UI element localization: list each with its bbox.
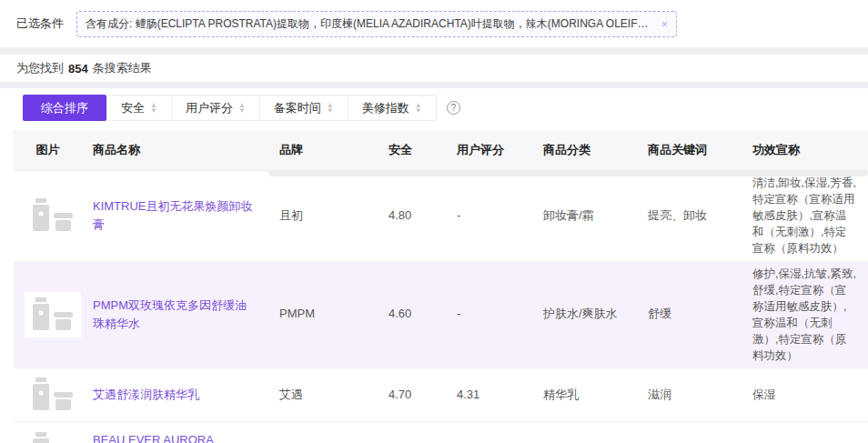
user-rating-cell: 4.66 [446,422,532,443]
cosmetics-placeholder-icon [30,196,76,235]
keywords-cell: - [637,422,742,443]
table-row[interactable]: BEAU EVER AURORA GLOWING ESSENCE OIL Bea… [14,422,868,443]
safety-cell: 3.40 [378,422,446,443]
claims-cell: - [742,422,868,443]
cosmetics-placeholder-icon [30,430,76,443]
brand-cell: BeauEver [268,422,378,443]
sort-tab-label: 用户评分 [186,100,233,116]
safety-cell: 4.70 [378,368,446,422]
product-name-link[interactable]: 艾遇舒漾润肤精华乳 [93,388,199,401]
product-thumbnail[interactable] [25,292,81,337]
keywords-cell: 滋润 [637,368,742,422]
product-name-link[interactable]: PMPM双玫瑰依克多因舒缓油珠精华水 [93,298,247,330]
table-row[interactable]: PMPM双玫瑰依克多因舒缓油珠精华水 PMPM 4.60 - 护肤水/爽肤水 舒… [14,261,868,368]
safety-cell: 4.60 [378,261,446,368]
main-panel: 综合排序 安全 ▲ ▼ 用户评分 ▲ ▼ 备案时间 ▲ ▼ 美修指数 [0,88,868,443]
cosmetics-placeholder-icon [30,296,76,334]
col-header-name: 商品名称 [82,130,268,170]
sort-tab-label: 综合排序 [41,100,88,116]
filter-tag-text: 含有成分: 鳢肠(ECLIPTA PROSTRATA)提取物，印度楝(MELIA… [86,16,654,32]
col-header-safety: 安全 [378,130,446,170]
sort-tab-filing-date[interactable]: 备案时间 ▲ ▼ [260,95,348,121]
caret-down-icon: ▼ [150,108,157,114]
col-header-image: 图片 [14,130,82,170]
brand-cell: 且初 [268,170,378,261]
sorter-icon: ▲ ▼ [238,103,246,114]
product-table: 图片 商品名称 品牌 安全 用户评分 商品分类 商品关键词 功效宣称 [0,130,868,443]
product-thumbnail[interactable] [25,193,81,238]
col-header-category: 商品分类 [532,130,637,170]
table-row[interactable]: 艾遇舒漾润肤精华乳 艾遇 4.70 4.31 精华乳 滋润 保湿 [14,368,868,422]
claims-cell: 修护,保湿,抗皱,紧致,舒缓,特定宣称（宣称适用敏感皮肤）,宣称温和（无刺激）,… [742,261,868,368]
claims-cell: 清洁,卸妆,保湿,芳香,特定宣称（宣称适用敏感皮肤）,宣称温和（无刺激）,特定宣… [742,170,868,261]
category-cell: 精华乳 [532,368,637,422]
col-header-keywords: 商品关键词 [637,130,742,170]
sort-tab-safety[interactable]: 安全 ▲ ▼ [106,95,172,121]
sorter-icon: ▲ ▼ [327,103,334,114]
brand-cell: 艾遇 [268,368,378,422]
horizontal-scrollbar[interactable] [268,170,868,176]
selected-filters-label: 已选条件 [16,15,64,32]
sorter-icon: ▲ ▼ [150,103,157,114]
user-rating-cell: - [446,261,532,368]
keywords-cell: 舒缓 [637,261,742,368]
category-cell: 面部精华油 [532,422,637,443]
product-thumbnail[interactable] [25,372,81,418]
user-rating-cell: - [446,170,532,261]
col-header-brand: 品牌 [268,130,378,170]
sorter-icon: ▲ ▼ [415,103,422,114]
results-prefix: 为您找到 [16,60,64,76]
sort-tab-meixiu-index[interactable]: 美修指数 ▲ ▼ [348,95,437,121]
sort-tab-label: 安全 [121,100,145,116]
product-name-link[interactable]: BEAU EVER AURORA GLOWING ESSENCE OIL [93,433,232,443]
filter-tag: 含有成分: 鳢肠(ECLIPTA PROSTRATA)提取物，印度楝(MELIA… [76,11,677,37]
sort-tab-label: 美修指数 [362,100,409,116]
keywords-cell: 提亮、卸妆 [637,170,742,261]
user-rating-cell: 4.31 [446,368,532,422]
caret-down-icon: ▼ [327,108,334,114]
results-bar: 为您找到 854 条搜索结果 [0,55,868,82]
col-header-claims: 功效宣称 [742,130,868,170]
table-row[interactable]: KIMTRUE且初无花果焕颜卸妆膏 且初 4.80 - 卸妆膏/霜 提亮、卸妆 … [14,170,868,261]
product-name-link[interactable]: KIMTRUE且初无花果焕颜卸妆膏 [93,199,253,231]
brand-cell: PMPM [268,261,378,368]
product-thumbnail[interactable] [25,427,81,443]
table-header-row: 图片 商品名称 品牌 安全 用户评分 商品分类 商品关键词 功效宣称 [14,130,868,170]
caret-down-icon: ▼ [238,108,246,114]
category-cell: 护肤水/爽肤水 [532,261,637,368]
category-cell: 卸妆膏/霜 [532,170,637,261]
caret-down-icon: ▼ [415,108,422,114]
results-count: 854 [68,62,88,76]
sort-tab-comprehensive[interactable]: 综合排序 [23,95,106,121]
sort-tab-bar: 综合排序 安全 ▲ ▼ 用户评分 ▲ ▼ 备案时间 ▲ ▼ 美修指数 [23,88,868,121]
safety-cell: 4.80 [378,170,446,261]
results-suffix: 条搜索结果 [93,60,152,76]
sort-tab-label: 备案时间 [274,100,321,116]
cosmetics-placeholder-icon [30,376,76,414]
selected-filters-bar: 已选条件 含有成分: 鳢肠(ECLIPTA PROSTRATA)提取物，印度楝(… [0,0,868,47]
claims-cell: 保湿 [742,368,868,422]
help-icon[interactable]: ? [447,101,460,115]
filter-tag-close-icon[interactable]: × [661,18,668,30]
sort-tab-user-rating[interactable]: 用户评分 ▲ ▼ [172,95,260,121]
col-header-user-rating: 用户评分 [446,130,532,170]
